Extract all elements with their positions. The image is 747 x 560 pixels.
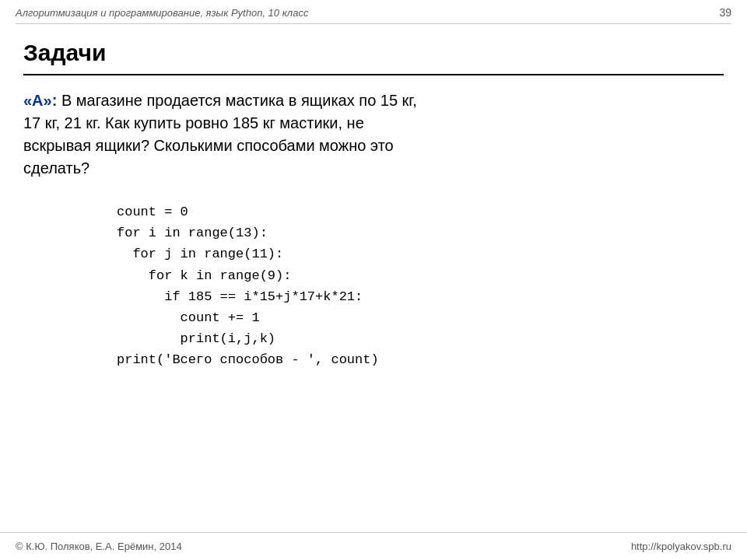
- presentation-title: Алгоритмизация и программирование, язык …: [16, 7, 308, 19]
- code-line-7: print(i,j,k): [117, 328, 724, 349]
- title-divider: [23, 74, 724, 75]
- code-line-3: for j in range(11):: [117, 243, 724, 264]
- footer-url: http://kpolyakov.spb.ru: [631, 541, 731, 552]
- problem-body: В магазине продается мастика в ящиках по…: [23, 92, 417, 177]
- slide-number: 39: [719, 6, 731, 19]
- code-line-8: print('Всего способов - ', count): [117, 349, 724, 370]
- code-line-4: for k in range(9):: [117, 265, 724, 286]
- problem-text: «А»: В магазине продается мастика в ящик…: [23, 89, 724, 180]
- code-line-1: count = 0: [117, 201, 724, 222]
- problem-label: «А»:: [23, 92, 57, 109]
- top-bar: Алгоритмизация и программирование, язык …: [0, 0, 747, 23]
- code-block: count = 0 for i in range(13): for j in r…: [117, 201, 724, 371]
- footer-copyright: © К.Ю. Поляков, Е.А. Ерёмин, 2014: [16, 541, 182, 552]
- code-line-6: count += 1: [117, 307, 724, 328]
- code-line-5: if 185 == i*15+j*17+k*21:: [117, 286, 724, 307]
- footer: © К.Ю. Поляков, Е.А. Ерёмин, 2014 http:/…: [0, 532, 747, 560]
- slide-title: Задачи: [23, 40, 724, 66]
- code-line-2: for i in range(13):: [117, 222, 724, 243]
- main-content: Задачи «А»: В магазине продается мастика…: [0, 24, 747, 387]
